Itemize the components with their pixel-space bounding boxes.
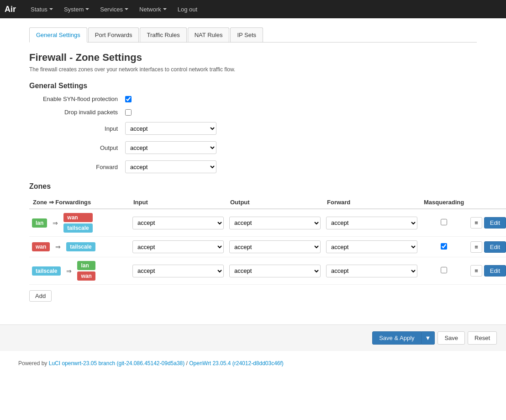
zone-edit-button[interactable]: Edit [484, 217, 506, 229]
zone-badge: wan [32, 242, 50, 251]
zone-output-select[interactable]: acceptdropreject [229, 265, 321, 277]
navbar-item-services[interactable]: Services [95, 0, 134, 18]
zone-output-select[interactable]: acceptdropreject [229, 217, 321, 229]
forwarding-badges: wantailscale [63, 213, 92, 233]
page-footer: Powered by LuCI openwrt-23.05 branch (gi… [0, 351, 506, 376]
forward-select[interactable]: accept drop reject [125, 160, 216, 173]
forwarding-badges: tailscale [66, 242, 95, 251]
output-row: Output accept drop reject [29, 141, 477, 154]
arrow-icon: ⇒ [50, 219, 61, 227]
tab-port-forwards[interactable]: Port Forwards [88, 27, 139, 42]
navbar-brand: Air [5, 5, 16, 14]
table-row: tailscale⇒lanwanacceptdroprejectacceptdr… [29, 257, 506, 285]
zone-menu-button[interactable]: ≡ [470, 217, 482, 229]
forward-label: Forward [34, 164, 125, 170]
zone-input-select[interactable]: acceptdropreject [132, 265, 224, 277]
zone-badge: tailscale [32, 266, 61, 276]
forwarding-badge: wan [77, 271, 95, 281]
main-content: General Settings Port Forwards Traffic R… [11, 18, 495, 311]
tab-ip-sets[interactable]: IP Sets [230, 27, 263, 42]
col-masquerading: Masquerading [420, 196, 468, 209]
drop-invalid-checkbox[interactable] [125, 109, 132, 116]
zone-actions: ≡EditDelete [470, 217, 506, 229]
chevron-down-icon: ▼ [425, 335, 431, 341]
tab-nat-rules[interactable]: NAT Rules [188, 27, 230, 42]
arrow-icon: ⇒ [63, 267, 74, 275]
zone-edit-button[interactable]: Edit [484, 241, 506, 253]
zone-forward-select[interactable]: acceptdropreject [326, 265, 417, 277]
navbar-item-network[interactable]: Network [134, 0, 172, 18]
input-select[interactable]: accept drop reject [125, 122, 216, 135]
zone-menu-button[interactable]: ≡ [470, 241, 482, 253]
navbar-item-system[interactable]: System [58, 0, 95, 18]
output-label: Output [34, 144, 125, 151]
reset-button[interactable]: Reset [468, 331, 497, 345]
zone-output-select[interactable]: acceptdropreject [229, 240, 321, 253]
zones-heading: Zones [29, 182, 477, 191]
zone-masquerading-checkbox[interactable] [441, 219, 447, 225]
zone-forward-select[interactable]: acceptdropreject [326, 240, 417, 253]
zone-masquerading-checkbox[interactable] [441, 267, 447, 273]
zone-forward-select[interactable]: acceptdropreject [326, 217, 417, 229]
zone-edit-button[interactable]: Edit [484, 265, 506, 276]
tab-general-settings[interactable]: General Settings [29, 27, 87, 43]
syn-flood-label: Enable SYN-flood protection [34, 96, 125, 102]
drop-invalid-label: Drop invalid packets [34, 109, 125, 116]
zone-actions: ≡EditDelete [470, 241, 506, 253]
col-output: Output [227, 196, 323, 209]
owrt-link[interactable]: OpenWrt 23.05.4 (r24012-d8dd03c46f) [189, 360, 284, 367]
tabs: General Settings Port Forwards Traffic R… [29, 27, 477, 43]
zones-table: Zone ⇒ Forwardings Input Output Forward … [29, 196, 506, 285]
col-input: Input [130, 196, 227, 209]
luci-link[interactable]: LuCI openwrt-23.05 branch (git-24.086.45… [49, 360, 185, 367]
forwarding-badge: tailscale [66, 242, 95, 251]
syn-flood-row: Enable SYN-flood protection [29, 96, 477, 102]
syn-flood-checkbox[interactable] [125, 96, 132, 102]
page-subtitle: The firewall creates zones over your net… [29, 66, 477, 73]
save-button[interactable]: Save [437, 331, 465, 345]
chevron-down-icon [49, 8, 53, 10]
navbar-item-status[interactable]: Status [25, 0, 58, 18]
zones-section: Zones Zone ⇒ Forwardings Input Output Fo… [29, 182, 477, 302]
forwarding-badge: tailscale [63, 223, 92, 233]
drop-invalid-row: Drop invalid packets [29, 109, 477, 116]
table-row: lan⇒wantailscaleacceptdroprejectacceptdr… [29, 209, 506, 237]
zone-badge: lan [32, 218, 47, 228]
add-zone-button[interactable]: Add [29, 290, 52, 302]
zone-menu-button[interactable]: ≡ [470, 265, 482, 276]
table-row: wan⇒tailscaleacceptdroprejectacceptdropr… [29, 237, 506, 257]
footer-bar: Save & Apply ▼ Save Reset [0, 324, 506, 351]
chevron-down-icon [125, 8, 128, 10]
general-settings-heading: General Settings [29, 82, 477, 90]
output-select[interactable]: accept drop reject [125, 141, 216, 154]
save-apply-button[interactable]: Save & Apply [372, 331, 421, 345]
input-label: Input [34, 125, 125, 132]
save-apply-caret-button[interactable]: ▼ [422, 331, 435, 345]
tab-traffic-rules[interactable]: Traffic Rules [140, 27, 186, 42]
zone-masquerading-checkbox[interactable] [441, 243, 447, 250]
page-title: Firewall - Zone Settings [29, 52, 477, 64]
footer-separator: / [184, 360, 189, 367]
zone-input-select[interactable]: acceptdropreject [132, 217, 224, 229]
arrow-icon: ⇒ [53, 243, 63, 250]
add-zone-row: Add [29, 290, 477, 302]
col-actions [468, 196, 506, 209]
zone-actions: ≡EditDelete [470, 265, 506, 276]
navbar: Air Status System Services Network Log o… [0, 0, 506, 18]
input-row: Input accept drop reject [29, 122, 477, 135]
save-apply-group: Save & Apply ▼ [372, 331, 435, 345]
forward-row: Forward accept drop reject [29, 160, 477, 173]
forwarding-badges: lanwan [77, 261, 95, 281]
footer-powered-by: Powered by [18, 360, 49, 367]
navbar-item-logout[interactable]: Log out [172, 0, 203, 18]
chevron-down-icon [163, 8, 167, 10]
col-zone-forwardings: Zone ⇒ Forwardings [29, 196, 130, 209]
forwarding-badge: wan [63, 213, 92, 222]
forwarding-badge: lan [77, 261, 95, 270]
chevron-down-icon [85, 8, 89, 10]
zone-input-select[interactable]: acceptdropreject [132, 240, 224, 253]
col-forward: Forward [323, 196, 420, 209]
